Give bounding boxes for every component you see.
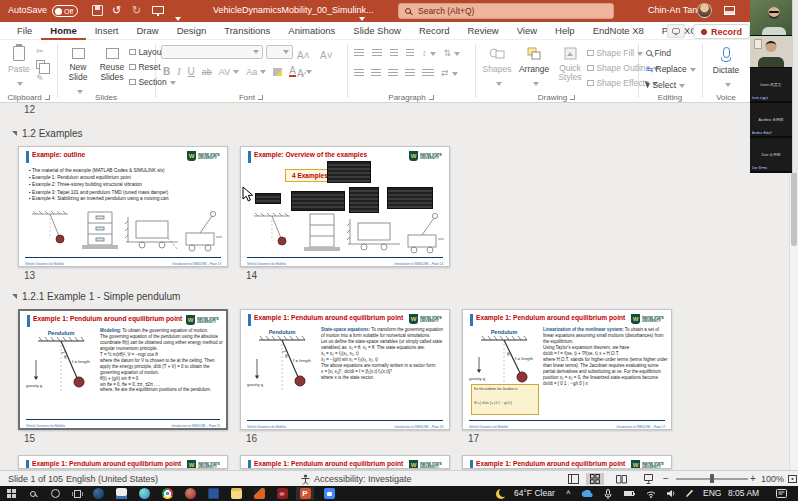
justify-icon[interactable] <box>405 69 415 77</box>
wifi-icon[interactable] <box>642 487 660 500</box>
tab-record[interactable]: Record <box>410 22 459 40</box>
fit-to-window-button[interactable] <box>783 473 798 485</box>
align-left-icon[interactable] <box>354 69 364 77</box>
start-slideshow-icon[interactable] <box>152 6 164 14</box>
collapse-triangle-icon[interactable] <box>12 294 17 299</box>
tab-endnote[interactable]: EndNote X8 <box>584 22 653 40</box>
paste-dropdown-icon[interactable] <box>17 82 23 86</box>
zoom-out-button[interactable]: − <box>663 473 669 484</box>
app-icon-file-explorer[interactable] <box>227 487 245 500</box>
task-view-icon[interactable] <box>68 487 86 500</box>
app-icon-matlab[interactable] <box>250 487 268 500</box>
redo-icon[interactable]: ↻ <box>132 3 141 18</box>
start-button[interactable] <box>2 487 20 500</box>
slide-thumbnail-17[interactable]: Example 1: Pendulum around equilibrium p… <box>462 309 672 430</box>
input-language[interactable]: ENG <box>703 488 721 498</box>
find-button[interactable]: Find <box>646 48 696 58</box>
comments-button[interactable] <box>667 24 685 38</box>
microphone-tray-icon[interactable] <box>599 487 617 500</box>
line-spacing-icon[interactable]: ↕ <box>422 48 436 58</box>
tray-chevron-icon[interactable]: ˄ <box>566 488 571 497</box>
slide-thumbnail-15[interactable]: Example 1: Pendulum around equilibrium p… <box>18 309 228 430</box>
document-title[interactable]: VehicleDynamicsMobility_00_Simulink... <box>213 5 374 15</box>
tab-view[interactable]: View <box>508 22 546 40</box>
smartart-convert-icon[interactable]: ⇄ <box>441 68 458 78</box>
tab-design[interactable]: Design <box>168 22 216 40</box>
user-name[interactable]: Chin-An Tan <box>648 5 697 15</box>
search-input[interactable] <box>416 5 607 17</box>
text-direction-icon[interactable]: ⇅ <box>444 48 461 58</box>
app-icon-chrome[interactable] <box>158 487 176 500</box>
underline-button[interactable]: U <box>188 66 195 77</box>
strikethrough-button[interactable]: ab <box>202 67 212 77</box>
tab-help[interactable]: Help <box>546 22 584 40</box>
app-icon-edge[interactable] <box>135 487 153 500</box>
language-status[interactable]: English (United States) <box>66 474 158 484</box>
app-icon-red[interactable] <box>181 487 199 500</box>
shrink-font-icon[interactable]: A˅ <box>320 50 333 61</box>
columns-icon[interactable] <box>422 69 434 77</box>
participant-tile-5[interactable]: Dan 黄丹阳 Dan 黄丹阳 <box>750 138 792 171</box>
normal-view-button[interactable] <box>564 473 582 485</box>
weather-status[interactable]: 64°F Clear <box>514 488 555 498</box>
collapse-triangle-icon[interactable] <box>12 131 17 136</box>
accessibility-status[interactable]: Accessibility: Investigate <box>314 474 412 484</box>
slide-sorter-view-button[interactable] <box>586 473 604 485</box>
font-name-select[interactable] <box>161 45 263 59</box>
participant-tile-4[interactable]: Aunbnz 李明祥 Aunbnz 李明祥 <box>750 103 792 136</box>
dictate-button[interactable]: Dictate <box>708 47 744 93</box>
grow-font-icon[interactable]: A˄ <box>297 50 310 61</box>
save-icon[interactable] <box>92 5 103 16</box>
quick-styles-button[interactable]: Quick Styles <box>554 46 586 83</box>
italic-button[interactable]: I <box>177 66 180 77</box>
tab-slide-show[interactable]: Slide Show <box>344 22 410 40</box>
record-button[interactable]: Record <box>693 24 750 39</box>
dialog-launcher-icon[interactable] <box>429 95 434 100</box>
bullets-icon[interactable] <box>354 49 364 57</box>
tab-insert[interactable]: Insert <box>86 22 128 40</box>
slide-thumbnail-13[interactable]: Example: outline WWAYNE STATEUNIVERSITY … <box>18 146 228 267</box>
slide-thumbnail-20[interactable]: Example 1: Pendulum around equilibrium p… <box>462 455 672 469</box>
autosave-toggle[interactable]: Off <box>52 5 78 17</box>
undo-icon[interactable]: ↺ <box>112 3 121 18</box>
paste-button[interactable]: Paste <box>8 46 30 92</box>
notifications-icon[interactable] <box>772 487 790 500</box>
font-color-button[interactable]: A <box>289 66 296 77</box>
zoom-in-button[interactable]: + <box>750 473 756 484</box>
tab-home[interactable]: Home <box>41 22 85 40</box>
zoom-slider-knob[interactable] <box>710 474 714 483</box>
slide-thumbnail-16[interactable]: Example 1: Pendulum around equilibrium p… <box>240 309 450 430</box>
battery-icon[interactable] <box>620 487 638 500</box>
decrease-indent-icon[interactable] <box>390 49 398 57</box>
app-icon-navy[interactable] <box>89 487 107 500</box>
align-right-icon[interactable] <box>388 69 398 77</box>
dialog-launcher-icon[interactable] <box>45 95 50 100</box>
shapes-button[interactable]: Shapes <box>480 46 514 92</box>
slide-thumbnail-14[interactable]: Example: Overview of the examples WWAYNE… <box>240 146 450 267</box>
ribbon-display-options-icon[interactable] <box>724 6 735 15</box>
select-button[interactable]: Select <box>646 80 696 90</box>
participant-video-2[interactable] <box>750 36 792 67</box>
tab-file[interactable]: File <box>8 22 41 40</box>
increase-indent-icon[interactable] <box>406 49 414 57</box>
taskbar-search-icon[interactable] <box>24 487 42 500</box>
highlight-color-icon[interactable] <box>273 68 282 76</box>
reading-view-button[interactable] <box>612 473 630 485</box>
font-size-select[interactable] <box>266 45 293 59</box>
app-icon-zoom[interactable] <box>320 487 338 500</box>
volume-icon[interactable] <box>662 487 680 500</box>
arrange-button[interactable]: Arrange <box>516 46 552 92</box>
onedrive-cloud-icon[interactable] <box>578 487 596 500</box>
tab-animations[interactable]: Animations <box>279 22 344 40</box>
dialog-launcher-icon[interactable] <box>570 95 575 100</box>
reuse-slides-button[interactable]: Reuse Slides <box>96 45 128 83</box>
cortana-icon[interactable] <box>46 487 64 500</box>
app-icon-acrobat[interactable]: ∞ <box>273 487 291 500</box>
weather-moon-icon[interactable] <box>492 487 510 500</box>
character-spacing-button[interactable]: AV <box>219 67 239 77</box>
bold-button[interactable]: B <box>163 66 170 77</box>
slideshow-view-button[interactable] <box>639 473 657 485</box>
slide-thumbnail-18[interactable]: Example 1: Pendulum around equilibrium p… <box>18 455 228 469</box>
zoom-level[interactable]: 100% <box>761 474 784 484</box>
tab-draw[interactable]: Draw <box>127 22 167 40</box>
